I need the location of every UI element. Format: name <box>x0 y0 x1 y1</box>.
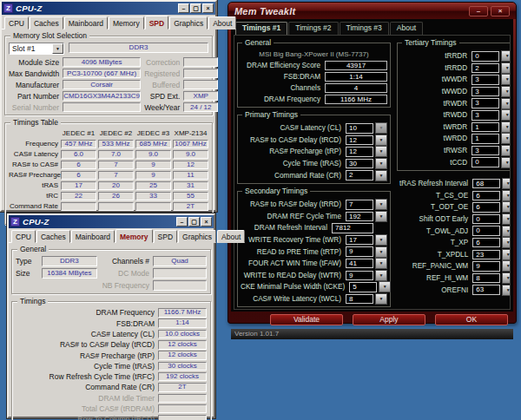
maximize-icon[interactable]: ▢ <box>190 3 201 13</box>
chevron-down-icon[interactable]: ▼ <box>501 98 511 109</box>
general-group: General Type DDR3 Size 16384 MBytes <box>11 249 211 294</box>
chevron-down-icon[interactable]: ▼ <box>375 170 387 181</box>
tab[interactable]: Mainboard <box>64 16 108 30</box>
chevron-down-icon[interactable]: ▼ <box>379 281 391 292</box>
slot-info-right: Correction Registered Buffered SPD Ext. … <box>144 57 218 112</box>
tab[interactable]: Memory <box>115 229 153 243</box>
chevron-down-icon[interactable]: ▼ <box>502 272 511 284</box>
info-row: DRAM Efficiency Score 43917 <box>241 60 387 71</box>
tab[interactable]: Graphics <box>178 230 216 243</box>
table-row: tRAS 17 20 25 31 <box>9 181 208 191</box>
memtweakit-titlebar[interactable]: Mem TweakIt – × <box>228 3 516 19</box>
info-row: Type DDR3 <box>16 256 97 266</box>
timing-row: FOUR ACT WIN Time (tFAW) 41 ▼ <box>241 258 387 270</box>
chevron-down-icon[interactable]: ▼ <box>502 201 511 213</box>
timing-row: tRWDD 3 ▼ <box>400 109 511 121</box>
slot-select[interactable]: Slot #1 ▼ <box>9 43 64 55</box>
chevron-down-icon[interactable]: ▼ <box>502 285 511 296</box>
cpuz-spd-titlebar[interactable]: Z CPU-Z – ▢ × <box>2 2 215 15</box>
apply-button[interactable]: Apply <box>353 314 425 325</box>
chevron-down-icon[interactable]: ▼ <box>501 50 511 62</box>
chevron-down-icon[interactable]: ▼ <box>501 133 511 144</box>
chevron-down-icon[interactable]: ▼ <box>502 249 511 260</box>
chevron-down-icon[interactable]: ▼ <box>501 86 511 97</box>
chevron-down-icon[interactable]: ▼ <box>502 260 511 272</box>
tab[interactable]: Timings #3 <box>340 22 389 35</box>
memtweakit-content: General MSI Big Bang-XPower II (MS-7737)… <box>234 35 511 310</box>
chevron-down-icon[interactable]: ▼ <box>501 157 511 168</box>
chevron-down-icon[interactable]: ▼ <box>375 122 387 134</box>
cpuz-memory-titlebar[interactable]: Z CPU-Z – ▢ × <box>9 215 214 228</box>
validate-button[interactable]: Validate <box>270 314 343 325</box>
chevron-down-icon[interactable]: ▼ <box>501 145 511 156</box>
chevron-down-icon[interactable]: ▼ <box>502 213 511 225</box>
close-icon[interactable]: × <box>202 3 214 13</box>
group-label: Tertiary Timings <box>402 38 459 47</box>
timing-row: CAS# Write Latency (tWCL) 8 ▼ <box>241 293 387 305</box>
close-icon[interactable]: × <box>491 6 510 16</box>
info-row: NB Frequency <box>102 280 207 291</box>
chevron-down-icon[interactable]: ▼ <box>501 121 511 133</box>
chevron-down-icon[interactable]: ▼ <box>501 74 511 85</box>
chevron-down-icon[interactable]: ▼ <box>375 270 387 281</box>
chevron-down-icon[interactable]: ▼ <box>375 234 387 246</box>
tab[interactable]: CPU <box>4 16 29 30</box>
tab[interactable]: SPD <box>154 230 177 243</box>
maximize-icon[interactable]: ▢ <box>188 217 200 226</box>
info-row: Part Number CMD16GX3M4A2133C9 <box>9 91 141 101</box>
timing-row: READ to PRE Time (tRTP) 9 ▼ <box>241 246 387 258</box>
tab[interactable]: Memory <box>109 16 144 30</box>
tab[interactable]: Mainboard <box>71 230 115 243</box>
chevron-down-icon[interactable]: ▼ <box>501 109 511 121</box>
chevron-down-icon[interactable]: ▼ <box>375 135 387 146</box>
tab[interactable]: SPD <box>145 16 168 30</box>
tab[interactable]: Timings #1 <box>235 22 287 35</box>
tab[interactable]: About <box>390 22 423 35</box>
timing-row: Command Rate (CR) 2 ▼ <box>241 169 387 181</box>
tab[interactable]: Timings #2 <box>288 22 338 35</box>
tab[interactable]: Graphics <box>169 16 208 30</box>
tab[interactable]: About <box>208 16 236 30</box>
chevron-down-icon[interactable]: ▼ <box>375 158 387 169</box>
info-row: Week/Year 24 / 12 <box>144 102 218 112</box>
memtweakit-window: Mem TweakIt – × Timings #1Timings #2Timi… <box>228 2 517 324</box>
chevron-down-icon[interactable]: ▼ <box>375 293 387 305</box>
chevron-down-icon[interactable]: ▼ <box>502 190 511 201</box>
chevron-down-icon[interactable]: ▼ <box>375 211 387 222</box>
tab[interactable]: Caches <box>30 16 63 30</box>
chevron-down-icon[interactable]: ▼ <box>375 246 387 258</box>
timing-row: Cycle Time (tRAS) 30 ▼ <box>241 158 387 170</box>
minimize-icon[interactable]: – <box>469 6 488 16</box>
chevron-down-icon[interactable]: ▼ <box>501 62 511 74</box>
cpuz-app-icon: Z <box>10 217 20 226</box>
timing-row: T_XP 6 ▼ <box>399 237 511 249</box>
timing-row: T_XPDLL 23 ▼ <box>399 249 511 261</box>
timing-row: DRAM REF Cycle Time 192 ▼ <box>241 211 387 223</box>
chevron-down-icon[interactable]: ▼ <box>502 226 511 237</box>
motherboard-name: MSI Big Bang-XPower II (MS-7737) <box>241 50 387 58</box>
chevron-down-icon[interactable]: ▼ <box>502 178 511 189</box>
timing-row: tWWDR 3 ▼ <box>400 74 511 86</box>
chevron-down-icon[interactable]: ▼ <box>375 258 387 269</box>
column-header: JEDEC #1 <box>61 129 96 137</box>
close-icon[interactable]: × <box>201 217 212 226</box>
tab[interactable]: CPU <box>11 230 36 243</box>
chevron-down-icon[interactable]: ▼ <box>52 43 63 54</box>
tab[interactable]: About <box>217 230 245 243</box>
minimize-icon[interactable]: – <box>178 3 189 13</box>
memory-slot-selection-group: Memory Slot Selection Slot #1 ▼ DDR3 Mod… <box>4 36 213 115</box>
info-row: FSB:DRAM 1:14 <box>241 71 387 82</box>
timing-row: RAS# Precharge (tRP) 12 ▼ <box>241 146 387 158</box>
chevron-down-icon[interactable]: ▼ <box>502 237 511 248</box>
chevron-down-icon[interactable]: ▼ <box>375 146 387 157</box>
timing-row: tRRDR 0 ▼ <box>400 50 511 62</box>
general-left: Type DDR3 Size 16384 MBytes <box>16 256 97 291</box>
chevron-down-icon[interactable]: ▼ <box>375 199 387 210</box>
minimize-icon[interactable]: – <box>176 217 188 226</box>
timing-row: Row Refresh Cycle Time (tRFC) 192 clocks <box>16 372 207 382</box>
group-label: Timings Table <box>10 118 61 127</box>
ok-button[interactable]: OK <box>435 314 508 325</box>
version-bar: Version 1.01.7 <box>231 329 513 339</box>
table-row: CAS# Latency 6.0 7.0 9.0 9.0 <box>9 150 208 160</box>
tab[interactable]: Caches <box>36 230 70 243</box>
